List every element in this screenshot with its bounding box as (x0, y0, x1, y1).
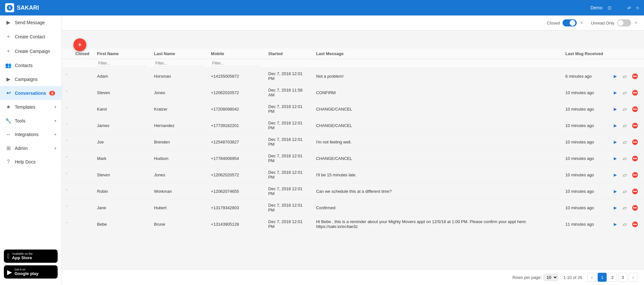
sidebar-item-create-campaign[interactable]: ＋ Create Campaign (0, 44, 62, 58)
templates-chevron: ▾ (54, 105, 56, 109)
sidebar-item-campaigns[interactable]: ▶ Campaigns (0, 72, 62, 86)
table-row: ˅ Robin Workman +12062074655 Dec 7, 2018… (62, 183, 644, 200)
row-last-received-9: 11 minutes ago (562, 216, 607, 232)
sidebar-item-templates[interactable]: ★ Templates ▾ (0, 100, 62, 114)
table-row: ˅ James Hernandez +17739182201 Dec 7, 20… (62, 117, 644, 134)
sidebar-item-create-contact[interactable]: ＋ Create Contact (0, 29, 62, 44)
row-started-1: Dec 7, 2018 11:58 AM (264, 84, 312, 101)
sidebar-item-help-docs[interactable]: ? Help Docs (0, 155, 62, 169)
page-1-button[interactable]: 1 (598, 273, 607, 282)
save-button-3[interactable]: ▱ (621, 121, 628, 130)
row-started-3: Dec 7, 2018 12:01 PM (264, 117, 312, 134)
save-button-6[interactable]: ▱ (621, 171, 628, 179)
send-button-3[interactable]: ► (611, 122, 619, 130)
send-button-9[interactable]: ► (611, 220, 619, 229)
block-button-9[interactable]: ⛔ (630, 220, 639, 229)
mobile-filter[interactable] (211, 60, 260, 66)
user-icon[interactable]: 👤 (617, 5, 622, 10)
row-expand-6[interactable]: ˅ (62, 167, 71, 183)
row-last-message-8: Confirmed (312, 200, 562, 216)
logout-icon[interactable]: ⎋ (636, 5, 639, 10)
row-expand-4[interactable]: ˅ (62, 134, 71, 150)
save-button-9[interactable]: ▱ (621, 220, 628, 229)
sidebar-item-tools[interactable]: 🔧 Tools ▾ (0, 114, 62, 128)
row-actions-0: ► ▱ ⛔ (607, 68, 644, 84)
row-first-name-2: Karol (93, 101, 150, 117)
sidebar-item-integrations[interactable]: ↔ Integrations ▾ (0, 128, 62, 141)
save-button-0[interactable]: ▱ (621, 72, 628, 81)
send-button-5[interactable]: ► (611, 154, 619, 163)
sidebar-item-admin[interactable]: ⊞ Admin ▾ (0, 141, 62, 155)
monitor-icon[interactable]: ⊡ (608, 5, 611, 10)
block-button-6[interactable]: ⛔ (630, 171, 639, 179)
row-last-message-2: CHANGE/CANCEL (312, 101, 562, 117)
row-started-5: Dec 7, 2018 12:01 PM (264, 150, 312, 167)
first-name-filter[interactable] (97, 60, 146, 66)
sidebar-item-conversations[interactable]: ↩ Conversations 8 (0, 86, 62, 100)
row-closed-5 (71, 150, 93, 167)
row-last-name-9: Brune (150, 216, 207, 232)
row-actions-9: ► ▱ ⛔ (607, 216, 644, 232)
row-last-name-8: Hubert (150, 200, 207, 216)
send-button-6[interactable]: ► (611, 171, 619, 179)
block-button-2[interactable]: ⛔ (630, 105, 639, 113)
save-button-2[interactable]: ▱ (621, 105, 628, 113)
last-name-filter[interactable] (154, 60, 203, 66)
send-button-4[interactable]: ► (611, 138, 619, 146)
send-button-0[interactable]: ► (611, 72, 619, 81)
row-last-received-2: 10 minutes ago (562, 101, 607, 117)
send-button-2[interactable]: ► (611, 105, 619, 113)
help-icon: ? (5, 159, 12, 165)
save-button-7[interactable]: ▱ (621, 187, 628, 196)
add-conversation-fab[interactable]: + (73, 38, 86, 51)
send-button-7[interactable]: ► (611, 187, 619, 196)
row-expand-5[interactable]: ˅ (62, 150, 71, 167)
block-button-3[interactable]: ⛔ (630, 121, 639, 130)
row-started-4: Dec 7, 2018 12:01 PM (264, 134, 312, 150)
block-button-4[interactable]: ⛔ (630, 138, 639, 146)
swap-icon[interactable]: ⇄ (627, 5, 631, 10)
page-3-button[interactable]: 3 (618, 273, 627, 282)
sidebar-item-contacts[interactable]: 👥 Contacts (0, 58, 62, 72)
row-expand-2[interactable]: ˅ (62, 101, 71, 117)
row-expand-3[interactable]: ˅ (62, 117, 71, 134)
header: S SAKARI Demo ⊡ 👤 ⇄ ⎋ (0, 0, 644, 15)
col-first-name: First Name (93, 49, 150, 59)
next-page-button[interactable]: › (629, 273, 638, 282)
block-button-0[interactable]: ⛔ (630, 72, 639, 81)
row-expand-9[interactable]: ˅ (62, 216, 71, 232)
app-store-button[interactable]:  Available on the App Store (4, 250, 58, 263)
conversations-icon: ↩ (5, 90, 12, 96)
block-button-1[interactable]: ⛔ (630, 88, 639, 97)
col-actions (607, 49, 644, 59)
row-last-message-0: Not a problem! (312, 68, 562, 84)
google-play-button[interactable]: ▶ Get it on Google play (4, 265, 58, 279)
filter-row (62, 59, 644, 68)
row-expand-8[interactable]: ˅ (62, 200, 71, 216)
row-actions-1: ► ▱ ⛔ (607, 84, 644, 101)
rows-per-page-select[interactable]: 10 25 50 (544, 274, 558, 281)
row-started-7: Dec 7, 2018 12:01 PM (264, 183, 312, 200)
send-button-1[interactable]: ► (611, 89, 619, 97)
save-button-4[interactable]: ▱ (621, 138, 628, 146)
block-button-7[interactable]: ⛔ (630, 187, 639, 196)
page-2-button[interactable]: 2 (608, 273, 617, 282)
row-expand-7[interactable]: ˅ (62, 183, 71, 200)
send-button-8[interactable]: ► (611, 204, 619, 212)
prev-page-button[interactable]: ‹ (587, 273, 596, 282)
block-button-8[interactable]: ⛔ (630, 203, 639, 212)
unread-toggle[interactable] (617, 19, 631, 26)
row-closed-6 (71, 167, 93, 183)
row-closed-0 (71, 68, 93, 84)
unread-toggle-x: ✕ (634, 21, 638, 25)
row-expand-1[interactable]: ˅ (62, 84, 71, 101)
save-button-8[interactable]: ▱ (621, 203, 628, 212)
google-play-big: Google play (14, 271, 38, 276)
row-expand-0[interactable]: ˅ (62, 68, 71, 84)
closed-toggle[interactable] (563, 19, 577, 26)
save-button-1[interactable]: ▱ (621, 88, 628, 97)
save-button-5[interactable]: ▱ (621, 154, 628, 163)
block-button-5[interactable]: ⛔ (630, 154, 639, 163)
sidebar-item-send-message[interactable]: ▶ Send Message (0, 15, 62, 29)
row-last-message-7: Can we schedule this at a different time… (312, 183, 562, 200)
